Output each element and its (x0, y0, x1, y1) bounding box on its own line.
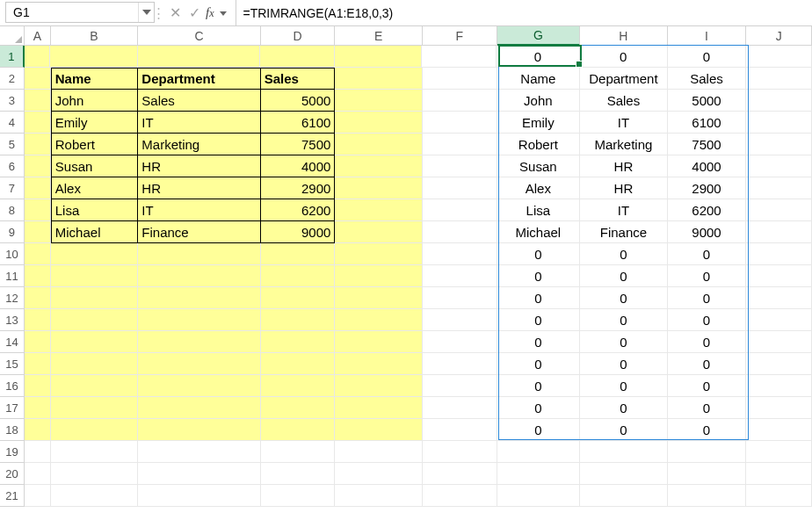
cell-D19[interactable] (261, 441, 336, 463)
row-header-6[interactable]: 6 (0, 155, 25, 177)
cell-D6[interactable]: 4000 (261, 155, 336, 177)
cell-I7[interactable]: 2900 (668, 177, 747, 199)
cell-E21[interactable] (335, 485, 423, 507)
cell-B1[interactable] (50, 46, 138, 68)
cell-B15[interactable] (51, 353, 139, 375)
cell-D2[interactable]: Sales (261, 68, 336, 90)
cell-H16[interactable]: 0 (580, 375, 668, 397)
cell-E18[interactable] (335, 419, 423, 441)
cell-D7[interactable]: 2900 (261, 177, 336, 199)
row-header-8[interactable]: 8 (0, 199, 25, 221)
cell-G14[interactable]: 0 (497, 331, 581, 353)
row-header-14[interactable]: 14 (0, 331, 25, 353)
cell-I20[interactable] (668, 463, 747, 485)
cell-I14[interactable]: 0 (668, 331, 747, 353)
cell-H13[interactable]: 0 (580, 309, 668, 331)
cell-G7[interactable]: Alex (497, 177, 581, 199)
cell-H14[interactable]: 0 (580, 331, 668, 353)
row-header-9[interactable]: 9 (0, 221, 25, 243)
cell-G17[interactable]: 0 (497, 397, 581, 419)
cell-C1[interactable] (138, 46, 261, 68)
cell-H20[interactable] (580, 463, 668, 485)
cell-D8[interactable]: 6200 (261, 199, 336, 221)
cell-A9[interactable] (25, 221, 51, 243)
cell-H12[interactable]: 0 (580, 287, 668, 309)
cell-F9[interactable] (423, 221, 497, 243)
cell-A11[interactable] (25, 265, 51, 287)
cell-E3[interactable] (335, 90, 423, 112)
cell-I9[interactable]: 9000 (668, 221, 747, 243)
cell-J7[interactable] (746, 177, 812, 199)
cell-F15[interactable] (423, 353, 497, 375)
cell-I8[interactable]: 6200 (668, 199, 747, 221)
cell-G15[interactable]: 0 (497, 353, 581, 375)
cell-A4[interactable] (25, 112, 51, 134)
cell-I15[interactable]: 0 (668, 353, 747, 375)
cell-I11[interactable]: 0 (668, 265, 747, 287)
cell-E20[interactable] (335, 463, 423, 485)
cell-E19[interactable] (335, 441, 423, 463)
column-header-D[interactable]: D (261, 26, 336, 45)
cell-I17[interactable]: 0 (668, 397, 747, 419)
cell-C5[interactable]: Marketing (138, 134, 260, 155)
column-header-B[interactable]: B (51, 26, 139, 45)
cell-F1[interactable] (422, 46, 497, 68)
cell-J17[interactable] (746, 397, 812, 419)
cell-I19[interactable] (668, 441, 747, 463)
cell-A12[interactable] (25, 287, 51, 309)
cell-J5[interactable] (746, 134, 812, 155)
cell-C10[interactable] (138, 243, 260, 265)
cell-I6[interactable]: 4000 (668, 155, 747, 177)
cell-G18[interactable]: 0 (497, 419, 581, 441)
fx-dropdown-icon[interactable] (220, 8, 227, 18)
cell-C3[interactable]: Sales (138, 90, 260, 112)
cell-G6[interactable]: Susan (497, 155, 581, 177)
cell-D14[interactable] (261, 331, 336, 353)
row-header-11[interactable]: 11 (0, 265, 25, 287)
cell-C16[interactable] (138, 375, 260, 397)
cell-I4[interactable]: 6100 (668, 112, 747, 134)
cell-A20[interactable] (25, 463, 51, 485)
row-header-17[interactable]: 17 (0, 397, 25, 419)
cell-F5[interactable] (423, 134, 497, 155)
row-header-2[interactable]: 2 (0, 68, 25, 90)
cell-H5[interactable]: Marketing (580, 134, 668, 155)
cell-I10[interactable]: 0 (668, 243, 747, 265)
cell-F8[interactable] (423, 199, 497, 221)
cell-F18[interactable] (423, 419, 497, 441)
cell-G11[interactable]: 0 (497, 265, 581, 287)
cell-J8[interactable] (746, 199, 812, 221)
cell-H2[interactable]: Department (580, 68, 668, 90)
cell-E5[interactable] (335, 134, 423, 155)
cell-F16[interactable] (423, 375, 497, 397)
cell-B8[interactable]: Lisa (51, 199, 139, 221)
cell-D18[interactable] (261, 419, 336, 441)
cell-I12[interactable]: 0 (668, 287, 747, 309)
cell-E9[interactable] (335, 221, 423, 243)
cell-F13[interactable] (423, 309, 497, 331)
cell-C14[interactable] (138, 331, 260, 353)
cell-A5[interactable] (25, 134, 51, 155)
cell-E13[interactable] (335, 309, 423, 331)
row-header-20[interactable]: 20 (0, 463, 25, 485)
cell-C7[interactable]: HR (138, 177, 260, 199)
cell-G19[interactable] (497, 441, 581, 463)
cell-B21[interactable] (51, 485, 139, 507)
cell-A19[interactable] (25, 441, 51, 463)
cell-G20[interactable] (497, 463, 581, 485)
cell-J1[interactable] (746, 46, 812, 68)
row-header-7[interactable]: 7 (0, 177, 25, 199)
cell-E11[interactable] (335, 265, 423, 287)
column-header-C[interactable]: C (138, 26, 260, 45)
cell-I5[interactable]: 7500 (668, 134, 747, 155)
cell-H7[interactable]: HR (580, 177, 668, 199)
cell-A7[interactable] (25, 177, 51, 199)
cell-D15[interactable] (261, 353, 336, 375)
cell-C19[interactable] (138, 441, 260, 463)
cell-J20[interactable] (746, 463, 812, 485)
cell-D17[interactable] (261, 397, 336, 419)
cell-E8[interactable] (335, 199, 423, 221)
cell-A3[interactable] (25, 90, 51, 112)
cell-C8[interactable]: IT (138, 199, 260, 221)
cell-H3[interactable]: Sales (580, 90, 668, 112)
